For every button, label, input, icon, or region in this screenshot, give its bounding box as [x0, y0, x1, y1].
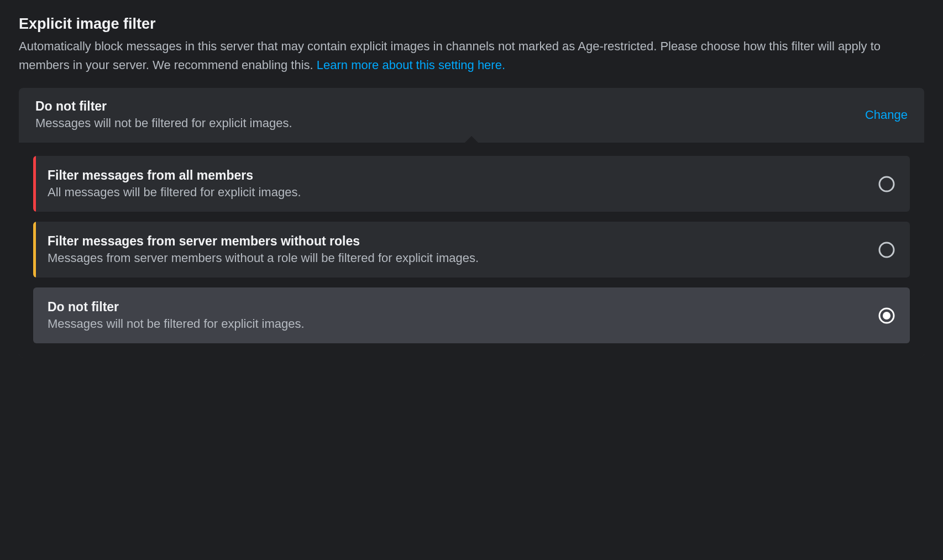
svg-point-3	[883, 312, 890, 320]
options-dropdown: Filter messages from all members All mes…	[19, 143, 924, 358]
filter-panel: Do not filter Messages will not be filte…	[19, 88, 924, 358]
current-selection-desc: Messages will not be filtered for explic…	[35, 116, 292, 130]
option-text: Filter messages from all members All mes…	[48, 168, 301, 200]
option-title: Do not filter	[48, 300, 305, 315]
radio-selected-icon	[878, 307, 895, 325]
option-desc: Messages from server members without a r…	[48, 251, 479, 265]
change-button[interactable]: Change	[865, 108, 908, 122]
section-description: Automatically block messages in this ser…	[19, 37, 924, 75]
option-filter-no-roles[interactable]: Filter messages from server members with…	[33, 222, 910, 278]
learn-more-link[interactable]: Learn more about this setting here.	[317, 58, 505, 72]
option-stripe	[33, 222, 36, 278]
option-title: Filter messages from all members	[48, 168, 301, 183]
option-desc: Messages will not be filtered for explic…	[48, 317, 305, 331]
option-text: Do not filter Messages will not be filte…	[48, 300, 305, 331]
option-stripe	[33, 156, 36, 212]
option-title: Filter messages from server members with…	[48, 234, 479, 249]
panel-header-text: Do not filter Messages will not be filte…	[35, 99, 292, 130]
radio-icon	[878, 175, 895, 193]
option-do-not-filter[interactable]: Do not filter Messages will not be filte…	[33, 287, 910, 343]
svg-point-0	[879, 177, 894, 191]
svg-point-1	[879, 243, 894, 257]
panel-header: Do not filter Messages will not be filte…	[19, 88, 924, 143]
section-title: Explicit image filter	[19, 15, 924, 33]
radio-icon	[878, 241, 895, 259]
option-desc: All messages will be filtered for explic…	[48, 185, 301, 200]
option-filter-all[interactable]: Filter messages from all members All mes…	[33, 156, 910, 212]
current-selection-title: Do not filter	[35, 99, 292, 114]
option-text: Filter messages from server members with…	[48, 234, 479, 265]
